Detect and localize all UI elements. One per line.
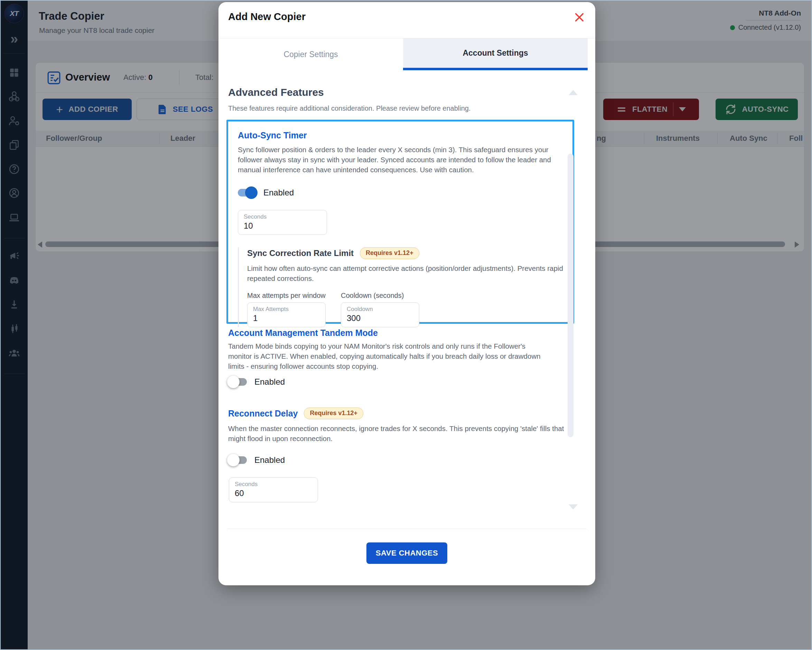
- modal-title: Add New Copier: [228, 11, 305, 23]
- advanced-features-title: Advanced Features: [228, 87, 324, 98]
- reconnect-delay-title: Reconnect Delay: [228, 408, 298, 419]
- add-new-copier-modal: Add New Copier Copier Settings Account S…: [218, 2, 595, 585]
- reconnect-toggle-label: Enabled: [255, 455, 285, 465]
- cooldown-input[interactable]: [347, 313, 414, 323]
- tandem-mode-toggle[interactable]: [229, 378, 247, 386]
- rate-limit-field-labels: Max attempts per window Cooldown (second…: [247, 292, 563, 300]
- reconnect-seconds-input[interactable]: [235, 488, 312, 498]
- auto-sync-toggle[interactable]: [238, 189, 256, 196]
- auto-sync-timer-title: Auto-Sync Timer: [238, 130, 563, 141]
- field-label: Max Attempts: [253, 306, 320, 313]
- max-attempts-field[interactable]: Max Attempts: [247, 302, 326, 327]
- toggle-knob: [227, 376, 240, 388]
- tandem-toggle-label: Enabled: [255, 377, 285, 387]
- advanced-features-subtitle: These features require additional consid…: [228, 104, 471, 112]
- reconnect-delay-toggle[interactable]: [229, 456, 247, 464]
- max-attempts-input[interactable]: [253, 313, 320, 323]
- modal-tabs: Copier Settings Account Settings: [218, 38, 588, 70]
- auto-sync-timer-section: Auto-Sync Timer Sync follower position &…: [226, 120, 574, 324]
- reconnect-toggle-row: Enabled: [229, 454, 285, 466]
- field-label: Seconds: [235, 481, 312, 488]
- modal-footer-divider: [227, 529, 587, 529]
- auto-sync-timer-description: Sync follower position & orders to the l…: [238, 145, 565, 175]
- scroll-down-icon[interactable]: [569, 505, 578, 509]
- field-label: Cooldown: [347, 306, 414, 313]
- tandem-mode-title: Account Management Tandem Mode: [228, 328, 378, 338]
- requires-version-badge: Requires v1.12+: [360, 247, 419, 259]
- auto-sync-toggle-label: Enabled: [263, 188, 294, 197]
- close-button[interactable]: [574, 12, 585, 23]
- tandem-mode-description: Tandem Mode binds copying to your NAM Mo…: [228, 341, 546, 371]
- toggle-knob: [245, 187, 258, 199]
- tab-account-settings[interactable]: Account Settings: [403, 38, 588, 70]
- field-label: Seconds: [244, 213, 321, 220]
- tab-copier-settings[interactable]: Copier Settings: [218, 38, 403, 70]
- sync-correction-description: Limit how often auto-sync can attempt co…: [247, 263, 565, 283]
- tab-label: Account Settings: [462, 49, 528, 58]
- tandem-toggle-row: Enabled: [229, 376, 285, 388]
- cooldown-label: Cooldown (seconds): [341, 292, 404, 300]
- close-icon: [574, 12, 585, 23]
- max-attempts-label: Max attempts per window: [247, 292, 341, 300]
- scroll-up-icon[interactable]: [569, 90, 578, 95]
- auto-sync-seconds-field[interactable]: Seconds: [238, 210, 327, 235]
- modal-scrollbar-thumb[interactable]: [568, 154, 574, 437]
- sync-correction-title: Sync Correction Rate Limit: [247, 248, 354, 258]
- toggle-knob: [227, 454, 240, 466]
- sync-correction-subsection: Sync Correction Rate Limit Requires v1.1…: [238, 247, 563, 327]
- auto-sync-seconds-input[interactable]: [244, 220, 321, 231]
- cooldown-field[interactable]: Cooldown: [341, 302, 419, 327]
- save-changes-button[interactable]: SAVE CHANGES: [366, 542, 447, 564]
- auto-sync-toggle-row: Enabled: [238, 187, 563, 199]
- reconnect-delay-description: When the master connection reconnects, i…: [228, 424, 565, 444]
- tab-label: Copier Settings: [284, 50, 338, 59]
- reconnect-seconds-field[interactable]: Seconds: [229, 477, 318, 502]
- requires-version-badge: Requires v1.12+: [304, 407, 363, 419]
